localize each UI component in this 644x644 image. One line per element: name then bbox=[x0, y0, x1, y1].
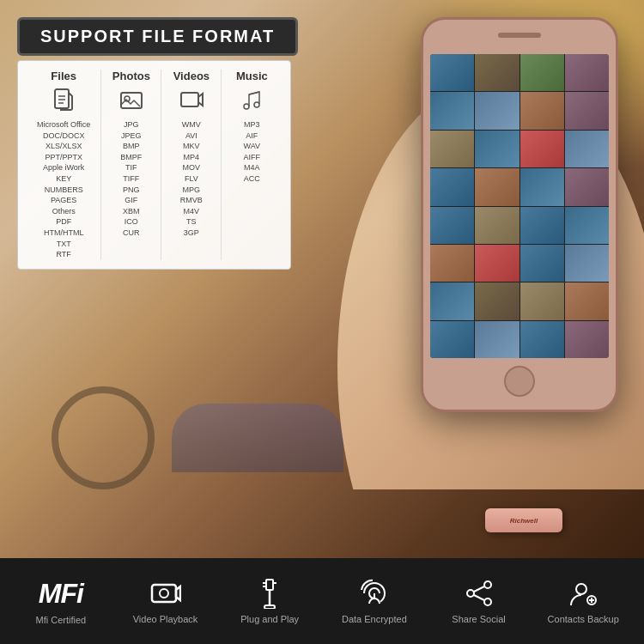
photos-items: JPGJPEGBMPBMPFTIFTIFFPNGGIFXBMICOCUR bbox=[112, 119, 150, 239]
photo-cell bbox=[430, 92, 474, 129]
photo-cell bbox=[520, 54, 564, 91]
photo-cell bbox=[475, 92, 519, 129]
feature-mfi: MFi Mfi Certified bbox=[9, 578, 113, 625]
photo-cell bbox=[430, 168, 474, 205]
photo-cell bbox=[520, 245, 564, 282]
videos-items: WMVAVIMKVMP4MOVFLVMPGRMVBM4VTS3GP bbox=[172, 119, 210, 239]
photo-cell bbox=[520, 131, 564, 167]
bottom-bar: MFi Mfi Certified Video Playback Plug an… bbox=[0, 558, 644, 644]
svg-rect-12 bbox=[266, 580, 273, 590]
photo-cell bbox=[475, 54, 519, 91]
svg-point-20 bbox=[484, 598, 491, 605]
photo-cell bbox=[520, 283, 564, 319]
photo-cell bbox=[475, 168, 519, 205]
format-col-music: Music MP3AIFWAVAIFFM4AACC bbox=[222, 70, 282, 260]
photo-cell bbox=[520, 207, 564, 244]
photo-cell bbox=[520, 92, 564, 129]
background-scene: Richwell SUPPORT FILE FORMAT Files bbox=[0, 0, 644, 558]
format-col-photos: Photos JPGJPEGBMPBMPFTIFTIFFPNGGIFXBMICO… bbox=[101, 70, 161, 260]
format-table: Files Microsoft OfficeDOC/DOCXXLS/XLSXPP… bbox=[17, 60, 291, 270]
svg-rect-14 bbox=[264, 605, 275, 609]
svg-line-21 bbox=[474, 586, 484, 592]
format-col-files: Files Microsoft OfficeDOC/DOCXXLS/XLSXPP… bbox=[27, 70, 101, 260]
svg-point-7 bbox=[244, 104, 249, 109]
fingerprint-icon bbox=[359, 578, 390, 609]
files-header: Files bbox=[37, 70, 90, 82]
banner-text: SUPPORT FILE FORMAT bbox=[40, 27, 275, 46]
videos-icon bbox=[172, 88, 210, 116]
photo-cell bbox=[475, 245, 519, 282]
phone-speaker bbox=[498, 33, 541, 38]
svg-point-11 bbox=[160, 589, 168, 598]
files-items: Microsoft OfficeDOC/DOCXXLS/XLSXPPT/PPTX… bbox=[37, 119, 90, 260]
photo-cell bbox=[430, 131, 474, 167]
photo-cell bbox=[430, 54, 474, 91]
videos-header: Videos bbox=[172, 70, 210, 82]
feature-plug: Plug and Play bbox=[217, 578, 322, 624]
plug-label: Plug and Play bbox=[240, 614, 299, 624]
top-banner: SUPPORT FILE FORMAT bbox=[17, 17, 298, 56]
main-container: Richwell SUPPORT FILE FORMAT Files bbox=[0, 0, 644, 644]
music-items: MP3AIFWAVAIFFM4AACC bbox=[232, 119, 271, 185]
encrypted-label: Data Encrypted bbox=[342, 614, 407, 624]
photo-cell bbox=[565, 207, 609, 244]
music-icon bbox=[232, 88, 271, 116]
mfi-icon: MFi bbox=[39, 578, 83, 610]
phone-screen bbox=[430, 54, 609, 358]
svg-rect-6 bbox=[181, 93, 198, 106]
camera-icon bbox=[150, 578, 181, 609]
svg-line-9 bbox=[249, 92, 259, 94]
svg-point-18 bbox=[484, 581, 491, 588]
video-label: Video Playback bbox=[133, 614, 198, 624]
svg-point-19 bbox=[467, 590, 474, 597]
social-label: Share Social bbox=[452, 614, 505, 624]
photo-cell bbox=[565, 131, 609, 167]
music-header: Music bbox=[232, 70, 271, 82]
feature-encrypted: Data Encrypted bbox=[322, 578, 427, 624]
photo-cell bbox=[565, 92, 609, 129]
photo-cell bbox=[430, 283, 474, 319]
photo-cell bbox=[565, 283, 609, 319]
phone-home-button bbox=[504, 366, 535, 397]
files-icon bbox=[37, 88, 90, 116]
photo-cell bbox=[475, 207, 519, 244]
photo-cell bbox=[565, 54, 609, 91]
share-icon bbox=[464, 578, 495, 609]
photo-cell bbox=[475, 131, 519, 167]
photo-cell bbox=[520, 168, 564, 205]
dashboard bbox=[172, 404, 343, 472]
mfi-label: Mfi Certified bbox=[35, 615, 86, 625]
photos-header: Photos bbox=[112, 70, 150, 82]
svg-rect-0 bbox=[55, 89, 69, 108]
photo-cell bbox=[520, 321, 564, 358]
usb-drive: Richwell bbox=[485, 508, 562, 532]
svg-point-8 bbox=[254, 102, 259, 107]
phone bbox=[421, 17, 618, 412]
steering-wheel bbox=[52, 386, 155, 489]
feature-video: Video Playback bbox=[113, 578, 218, 624]
photo-cell bbox=[430, 321, 474, 358]
feature-contacts: Contacts Backup bbox=[531, 578, 635, 624]
contacts-label: Contacts Backup bbox=[548, 614, 619, 624]
svg-line-22 bbox=[474, 595, 484, 600]
format-col-videos: Videos WMVAVIMKVMP4MOVFLVMPGRMVBM4VTS3GP bbox=[161, 70, 222, 260]
photo-cell bbox=[565, 245, 609, 282]
photo-cell bbox=[430, 207, 474, 244]
photo-cell bbox=[475, 321, 519, 358]
photos-icon bbox=[112, 88, 150, 116]
svg-rect-10 bbox=[152, 585, 176, 602]
usb-brand-text: Richwell bbox=[510, 517, 538, 525]
photo-cell bbox=[565, 168, 609, 205]
usb-icon bbox=[254, 578, 285, 609]
photo-cell bbox=[430, 245, 474, 282]
photo-cell bbox=[475, 283, 519, 319]
contacts-icon bbox=[568, 578, 598, 609]
photo-cell bbox=[565, 321, 609, 358]
feature-social: Share Social bbox=[427, 578, 532, 624]
svg-point-23 bbox=[576, 584, 586, 594]
